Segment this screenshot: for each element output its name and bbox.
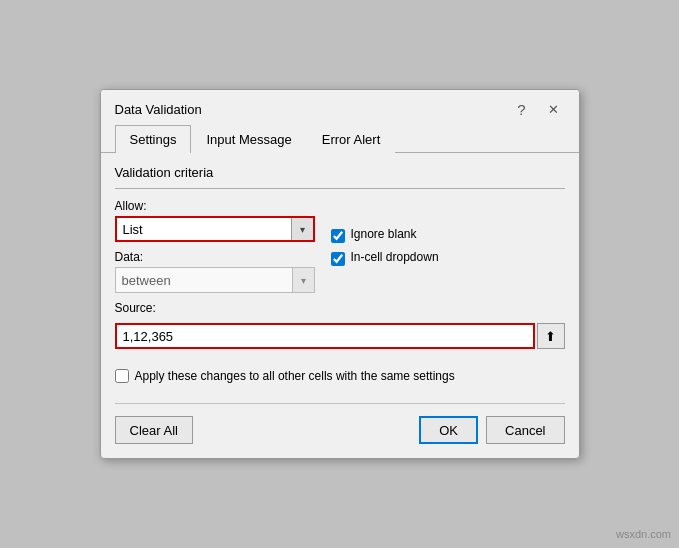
cancel-button[interactable]: Cancel (486, 416, 564, 444)
ignore-blank-checkbox[interactable] (331, 229, 345, 243)
source-select-icon: ⬆ (545, 329, 556, 344)
data-label: Data: (115, 250, 315, 264)
tab-input-message[interactable]: Input Message (191, 125, 306, 153)
dialog-body: Settings Input Message Error Alert Valid… (101, 125, 579, 458)
title-bar: Data Validation ? ✕ (101, 90, 579, 125)
data-dropdown-arrow[interactable]: ▾ (292, 268, 314, 292)
help-button[interactable]: ? (511, 100, 531, 119)
watermark: wsxdn.com (616, 528, 671, 540)
tab-error-alert[interactable]: Error Alert (307, 125, 396, 153)
tab-bar: Settings Input Message Error Alert (101, 125, 579, 153)
footer-right: OK Cancel (419, 416, 564, 444)
data-validation-dialog: Data Validation ? ✕ Settings Input Messa… (100, 89, 580, 459)
source-input[interactable] (115, 323, 535, 349)
source-label: Source: (115, 301, 565, 315)
ok-button[interactable]: OK (419, 416, 478, 444)
in-cell-dropdown-row: In-cell dropdown (331, 250, 565, 267)
ignore-blank-label: Ignore blank (351, 227, 417, 241)
data-dropdown-value: between (116, 273, 292, 288)
ignore-blank-row: Ignore blank (331, 227, 565, 244)
allow-data-row: Allow: List ▾ Data: between ▾ (115, 199, 565, 293)
tab-settings[interactable]: Settings (115, 125, 192, 153)
source-section: Source: ⬆ (115, 301, 565, 349)
apply-checkbox[interactable] (115, 369, 129, 383)
source-select-button[interactable]: ⬆ (537, 323, 565, 349)
title-bar-controls: ? ✕ (511, 100, 564, 119)
footer: Clear All OK Cancel (115, 403, 565, 444)
section-divider (115, 188, 565, 189)
allow-dropdown-value: List (117, 222, 291, 237)
apply-label: Apply these changes to all other cells w… (135, 369, 455, 383)
data-dropdown[interactable]: between ▾ (115, 267, 315, 293)
allow-col: Allow: List ▾ Data: between ▾ (115, 199, 315, 293)
allow-dropdown[interactable]: List ▾ (115, 216, 315, 242)
section-label: Validation criteria (115, 165, 565, 180)
source-row: ⬆ (115, 323, 565, 349)
clear-all-button[interactable]: Clear All (115, 416, 193, 444)
apply-row: Apply these changes to all other cells w… (115, 369, 565, 383)
in-cell-dropdown-checkbox[interactable] (331, 252, 345, 266)
dialog-title: Data Validation (115, 102, 202, 117)
close-button[interactable]: ✕ (542, 101, 565, 118)
footer-left: Clear All (115, 416, 193, 444)
in-cell-dropdown-label: In-cell dropdown (351, 250, 439, 264)
checkboxes-col: Ignore blank In-cell dropdown (331, 199, 565, 293)
allow-dropdown-arrow[interactable]: ▾ (291, 218, 313, 240)
allow-label: Allow: (115, 199, 315, 213)
